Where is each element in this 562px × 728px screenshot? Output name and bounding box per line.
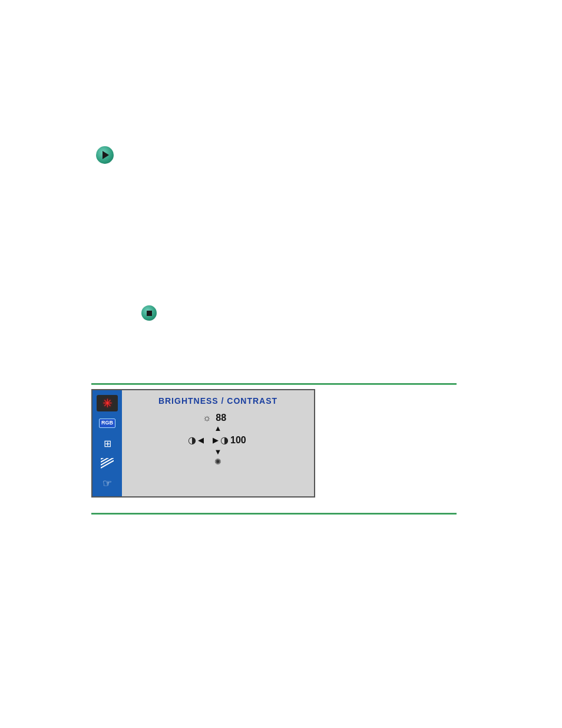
brightness-sun-icon: ☼: [203, 413, 211, 423]
play-button[interactable]: [96, 146, 114, 164]
sidebar-item-lines[interactable]: [97, 455, 118, 472]
stop-button[interactable]: [141, 305, 157, 321]
left-arrow-button[interactable]: ◀: [198, 436, 204, 444]
bottom-brightness-icon: ✺: [214, 457, 222, 466]
grid-icon: ⊞: [104, 438, 111, 449]
rgb-icon: RGB: [99, 419, 115, 428]
half-circle-left-icon: ◑: [188, 434, 196, 446]
arrow-cursor-icon: ☞: [103, 477, 112, 490]
separator-bottom: [91, 384, 457, 385]
panel-title: BRIGHTNESS / CONTRAST: [158, 396, 277, 406]
half-circle-right-icon: ◑: [220, 434, 229, 446]
contrast-right-group: ▶ ◑ 100: [213, 434, 248, 446]
contrast-left-group: ◑ ◀: [188, 434, 204, 446]
up-arrow-button[interactable]: ▲: [214, 424, 222, 432]
right-arrow-button[interactable]: ▶: [213, 436, 219, 444]
panel-content: BRIGHTNESS / CONTRAST ☼ 88 ▲ ◑ ◀ ▶ ◑: [122, 390, 314, 496]
sidebar-item-grid[interactable]: ⊞: [97, 435, 118, 452]
brightness-row: ☼ 88: [203, 413, 234, 423]
contrast-row: ◑ ◀ ▶ ◑ 100: [188, 434, 248, 446]
down-arrow-button[interactable]: ▼: [214, 448, 222, 456]
stripes-icon: [101, 458, 114, 469]
sun-red-icon: ✳: [103, 396, 113, 410]
separator-bottom3: [91, 514, 457, 515]
contrast-value: 100: [230, 435, 248, 446]
brightness-contrast-panel: ✳ RGB ⊞ ☞ BRIGHTNESS / CONTRAST: [91, 389, 315, 498]
panel-sidebar: ✳ RGB ⊞ ☞: [92, 390, 122, 496]
sidebar-item-rgb[interactable]: RGB: [97, 415, 118, 431]
sidebar-item-arrow[interactable]: ☞: [97, 475, 118, 492]
sidebar-item-brightness[interactable]: ✳: [97, 395, 118, 411]
bc-controls: ☼ 88 ▲ ◑ ◀ ▶ ◑ 100 ▼: [131, 413, 305, 466]
brightness-value: 88: [216, 413, 233, 423]
